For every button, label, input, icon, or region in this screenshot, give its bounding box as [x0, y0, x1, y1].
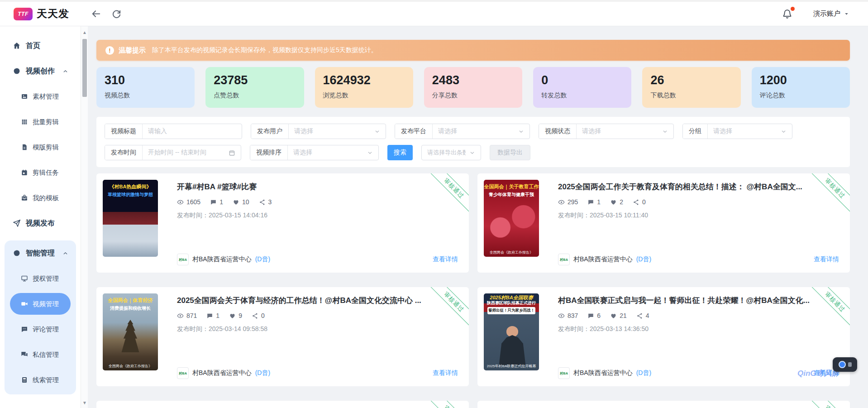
- caret-down-icon: [844, 11, 849, 16]
- sidebar-item-10[interactable]: 视频管理: [10, 293, 71, 315]
- filter-select[interactable]: 请选择: [433, 127, 529, 135]
- avatar-text: 村BA: [179, 257, 187, 262]
- view-detail-link[interactable]: 查看详情: [814, 255, 839, 264]
- filter-select-3[interactable]: 视频状态请选择: [539, 124, 674, 139]
- scroll-down-arrow-icon[interactable]: ▼: [81, 400, 88, 405]
- platform-label[interactable]: (D音): [255, 369, 270, 377]
- publish-date-filter[interactable]: 发布时间 开始时间 -- 结束时间: [105, 145, 241, 160]
- video-sort-select[interactable]: 请选择: [288, 149, 378, 157]
- filter-label: 发布平台: [395, 124, 433, 139]
- video-sort-label: 视频排序: [250, 145, 288, 160]
- filter-select[interactable]: 请选择: [289, 127, 386, 135]
- notification-badge: [791, 7, 795, 11]
- avatar-text: 村BA: [560, 257, 568, 262]
- stat-label: 下载总数: [650, 91, 732, 100]
- publish-time-value: 2025-03-13 14:36:50: [590, 325, 649, 332]
- view-detail-link[interactable]: 查看详情: [433, 255, 458, 264]
- video-publish-time: 发布时间：2025-03-14 09:58:58: [177, 325, 458, 333]
- filter-select-2[interactable]: 发布平台请选择: [395, 124, 530, 139]
- export-count-select[interactable]: 请选择导出条数: [421, 145, 481, 160]
- date-range-input[interactable]: 开始时间 -- 结束时间: [143, 149, 241, 157]
- app-logo[interactable]: TTF 天天发: [14, 7, 69, 21]
- scroll-up-arrow-icon[interactable]: ▲: [81, 30, 88, 35]
- video-sort-filter[interactable]: 视频排序 请选择: [250, 145, 379, 160]
- floating-widget-button[interactable]: [833, 357, 857, 372]
- view-detail-link[interactable]: 查看详情: [433, 369, 458, 377]
- video-thumbnail[interactable]: 全国两会｜体育经济消费提振和税收增长全国两会《政府工作报告》: [103, 293, 158, 370]
- video-info: 2025全国两会工作关于教育及体育的相关总结！描述： @村BA全国文...295…: [558, 180, 839, 265]
- export-count-field[interactable]: 请选择导出条数: [422, 149, 481, 157]
- account-menu[interactable]: 演示账户: [813, 10, 849, 18]
- back-button[interactable]: [91, 9, 101, 19]
- back-arrow-icon: [91, 9, 101, 19]
- my-template-icon: [21, 194, 28, 202]
- platform-label[interactable]: (D音): [636, 369, 651, 377]
- filter-row-2: 发布时间 开始时间 -- 结束时间 视频排序 请选择 搜索 请选择导出条数: [105, 145, 842, 160]
- export-data-button[interactable]: 数据导出: [490, 145, 530, 160]
- publish-time-label: 发布时间：: [558, 211, 590, 219]
- sidebar-item-9[interactable]: 授权管理: [5, 266, 76, 291]
- video-card-partial-0: 审核通过: [96, 401, 469, 408]
- clip-task-icon: [21, 169, 28, 176]
- stat-count: 4: [646, 312, 649, 319]
- filter-select-1[interactable]: 发布用户请选择: [251, 124, 386, 139]
- thumb-caption: 2025年村BA联赛正式拉开帷幕: [484, 364, 539, 369]
- search-button[interactable]: 搜索: [387, 145, 413, 160]
- sidebar-item-7[interactable]: 视频发布: [0, 211, 81, 236]
- thumb-caption: 全国两会《政府工作报告》: [103, 364, 158, 369]
- filter-input-0[interactable]: 视频标题请输入: [105, 124, 242, 139]
- filter-placeholder: 请选择: [438, 127, 515, 135]
- eye-icon: [177, 199, 184, 206]
- auth-manage-icon: [21, 275, 28, 282]
- filter-select[interactable]: 请选择: [577, 127, 673, 135]
- refresh-button[interactable]: [111, 9, 122, 19]
- notification-button[interactable]: [782, 9, 792, 19]
- sidebar-item-4[interactable]: 模版剪辑: [0, 134, 81, 160]
- sidebar-item-11[interactable]: 评论管理: [5, 317, 76, 342]
- filter-text-input[interactable]: 请输入: [143, 127, 242, 135]
- sidebar-item-13[interactable]: 线索管理: [5, 367, 76, 393]
- platform-label[interactable]: (D音): [636, 255, 651, 264]
- sidebar-item-1[interactable]: 视频创作: [0, 58, 81, 84]
- sidebar-item-label: 智能管理: [26, 249, 55, 258]
- video-thumbnail[interactable]: 2025村BA全国联赛陕西赛区球队招募正式进行誓师出征！只为家乡而战！2025年…: [484, 293, 539, 370]
- video-stats-row: 16051103: [177, 198, 458, 206]
- thumb-subtitle: 消费提振和税收增长: [103, 305, 158, 312]
- stat-card-3: 2483分享总数: [424, 67, 522, 108]
- private-msg-icon: [21, 351, 28, 358]
- sidebar-item-6[interactable]: 我的模板: [0, 185, 81, 211]
- video-stat-likes: 9: [229, 312, 242, 319]
- video-thumbnail[interactable]: 全国两会｜关于教育工作青少年体育与健康干预全国两会《政府工作报告》: [484, 180, 539, 257]
- platform-label[interactable]: (D音): [255, 255, 270, 264]
- sidebar-item-8[interactable]: 智能管理: [5, 240, 76, 266]
- stat-label: 浏览总数: [323, 91, 405, 100]
- filter-label: 分组: [683, 124, 708, 139]
- scrollbar-thumb[interactable]: [82, 39, 87, 97]
- stat-value: 310: [105, 74, 186, 87]
- heart-icon: [233, 199, 239, 206]
- sidebar-menu: 首页视频创作素材管理批量剪辑模版剪辑剪辑任务我的模板视频发布智能管理授权管理视频…: [0, 26, 81, 408]
- video-stat-views: 1605: [177, 198, 200, 206]
- sidebar-item-3[interactable]: 批量剪辑: [0, 109, 81, 134]
- stat-count: 871: [186, 312, 197, 319]
- filter-select-4[interactable]: 分组请选择: [682, 124, 792, 139]
- sidebar-item-14[interactable]: 应用工具: [0, 400, 81, 408]
- stat-card-5: 26下载总数: [642, 67, 740, 108]
- sidebar-item-label: 视频发布: [26, 219, 55, 228]
- sidebar-item-12[interactable]: 私信管理: [5, 342, 76, 367]
- sidebar-item-0[interactable]: 首页: [0, 33, 81, 58]
- content-scrollbar[interactable]: ▲ ▼: [81, 26, 88, 408]
- video-stat-comments: 1: [210, 198, 223, 206]
- header-right: 演示账户: [782, 9, 849, 19]
- stat-count: 1605: [186, 198, 200, 206]
- video-thumbnail[interactable]: 《村BA热血瞬间》草根篮球的激情与梦想: [103, 180, 158, 257]
- filter-select[interactable]: 请选择: [708, 127, 792, 135]
- video-card-1: 全国两会｜关于教育工作青少年体育与健康干预全国两会《政府工作报告》2025全国两…: [477, 173, 850, 273]
- sidebar-item-2[interactable]: 素材管理: [0, 84, 81, 109]
- sidebar-item-5[interactable]: 剪辑任务: [0, 160, 81, 185]
- chevron-up-icon: [62, 68, 68, 74]
- calendar-icon: [229, 149, 235, 156]
- sidebar-item-label: 剪辑任务: [33, 168, 59, 177]
- stat-count: 0: [261, 312, 265, 319]
- audit-status-ribbon: 审核通过: [810, 401, 850, 408]
